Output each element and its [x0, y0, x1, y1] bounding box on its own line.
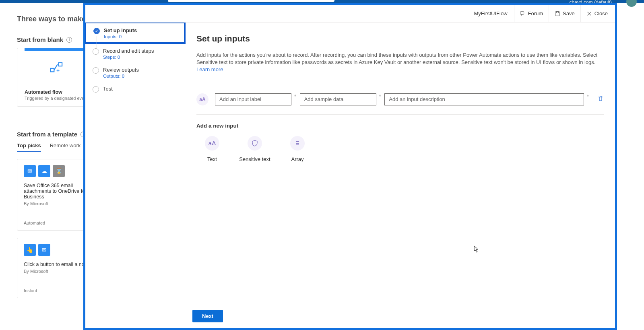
tab-remote-work[interactable]: Remote work: [50, 142, 81, 152]
info-icon[interactable]: i: [66, 37, 72, 43]
step-dot-icon: [93, 86, 99, 93]
required-asterisk: *: [294, 94, 296, 99]
content-title: Set up inputs: [196, 34, 604, 43]
trash-icon: [597, 95, 604, 102]
input-definition-row: aA * * *: [196, 93, 604, 105]
step-review-outputs[interactable]: Review outputs Outputs: 0: [85, 63, 185, 82]
mail-icon: ✉: [38, 244, 50, 256]
button-icon: 👆: [24, 244, 36, 256]
step-setup-inputs[interactable]: ✓ Set up inputs Inputs: 0: [85, 23, 186, 44]
wizard-steps: ✓ Set up inputs Inputs: 0 Record and edi…: [85, 23, 185, 328]
shield-icon: [248, 136, 262, 151]
list-icon: [290, 136, 305, 151]
content-footer: Next: [185, 304, 615, 328]
text-type-icon: aA: [205, 136, 219, 151]
tab-top-picks[interactable]: Top picks: [17, 142, 41, 152]
onedrive-icon: ☁: [38, 165, 50, 177]
close-icon: [586, 11, 592, 16]
content-area: Set up inputs Add inputs for the actions…: [185, 23, 615, 328]
outlook-icon: ✉: [24, 165, 36, 177]
content-description: Add inputs for the actions you're about …: [196, 52, 601, 73]
step-title: Record and edit steps: [103, 48, 154, 54]
step-title: Review outputs: [103, 67, 139, 73]
input-type-options: aA Text Sensitive text Array: [196, 136, 604, 162]
save-button[interactable]: Save: [549, 5, 580, 22]
required-asterisk: *: [379, 94, 381, 99]
required-asterisk: *: [587, 94, 589, 99]
modal-toolbar: MyFirstUIFlow Forum Save Close: [85, 5, 615, 23]
ui-flow-modal: MyFirstUIFlow Forum Save Close ✓ Set up …: [83, 3, 617, 330]
svg-rect-1: [59, 62, 62, 66]
step-title: Set up inputs: [104, 27, 137, 33]
svg-rect-3: [520, 11, 524, 14]
svg-rect-0: [51, 68, 54, 72]
flow-plus-icon: +: [50, 60, 63, 77]
add-array-input[interactable]: Array: [282, 136, 313, 162]
add-text-input[interactable]: aA Text: [196, 136, 228, 162]
text-type-icon: aA: [196, 93, 208, 105]
add-sensitive-text-input[interactable]: Sensitive text: [239, 136, 270, 162]
delete-input-button[interactable]: [597, 95, 604, 103]
approval-icon: ⌛: [53, 165, 65, 177]
forum-icon: [520, 11, 526, 16]
svg-rect-4: [555, 11, 560, 16]
sample-data-field[interactable]: [300, 93, 376, 105]
step-title: Test: [103, 86, 113, 92]
step-test[interactable]: Test: [85, 82, 185, 96]
browser-url-bar[interactable]: [168, 0, 334, 2]
cursor-icon: [474, 245, 479, 254]
step-record-edit[interactable]: Record and edit steps Steps: 0: [85, 44, 185, 63]
next-button[interactable]: Next: [192, 310, 223, 322]
step-dot-icon: [93, 48, 99, 55]
svg-text:+: +: [56, 67, 60, 73]
flow-name-label[interactable]: MyFirstUIFlow: [468, 10, 514, 16]
forum-button[interactable]: Forum: [514, 5, 549, 22]
input-label-field[interactable]: [215, 93, 291, 105]
step-subtitle: Outputs: 0: [103, 74, 139, 78]
step-subtitle: Inputs: 0: [104, 34, 137, 39]
learn-more-link[interactable]: Learn more: [196, 66, 223, 72]
input-description-field[interactable]: [384, 93, 584, 105]
check-icon: ✓: [93, 28, 100, 34]
close-button[interactable]: Close: [580, 5, 613, 22]
step-subtitle: Steps: 0: [103, 55, 154, 60]
save-icon: [555, 11, 560, 16]
add-new-input-heading: Add a new input: [196, 123, 604, 129]
step-dot-icon: [93, 67, 99, 74]
svg-rect-5: [556, 11, 558, 13]
